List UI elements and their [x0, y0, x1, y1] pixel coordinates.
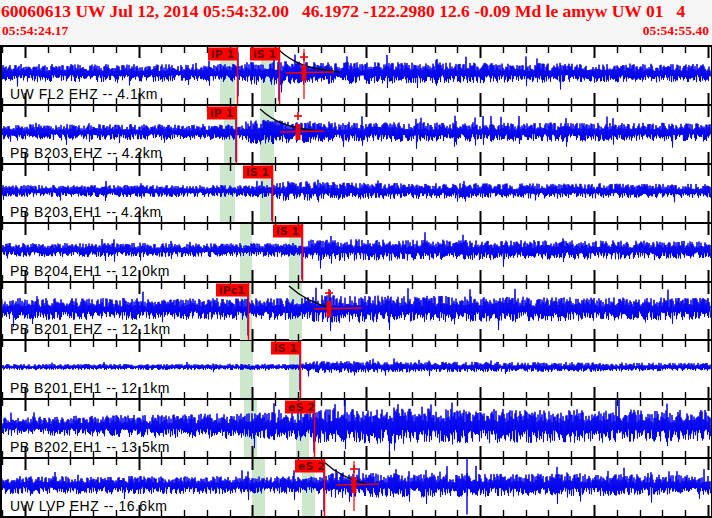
pick-flag[interactable]: eS 2 [285, 401, 315, 415]
trace-label: PB B203 EHZ -- 4.2km [10, 145, 162, 161]
svg-text:iPc1: iPc1 [219, 284, 245, 297]
trace-row-3[interactable]: iS 1PB B203 EH1 -- 4.2km [2, 165, 711, 224]
window-start-time: 05:54:24.17 [2, 23, 68, 39]
trace-row-2[interactable]: iP 1PB B203 EHZ -- 4.2km [2, 106, 711, 165]
trace-row-8[interactable]: eS 2UW LVP EHZ -- 16.6km [2, 459, 711, 518]
pick-flag[interactable]: eS 2 [295, 460, 325, 474]
trace-label: PB B202 EH1 -- 13.5km [10, 439, 170, 455]
trace-row-6[interactable]: iS 1PB B201 EH1 -- 12.1km [2, 341, 711, 400]
svg-text:eS 2: eS 2 [298, 460, 325, 473]
svg-text:iS 1: iS 1 [253, 48, 276, 61]
svg-text:iS 1: iS 1 [246, 166, 269, 179]
pick-flag[interactable]: iS 1 [271, 342, 300, 356]
trace-row-7[interactable]: eS 2PB B202 EH1 -- 13.5km [2, 400, 711, 459]
header: 60060613 UW Jul 12, 2014 05:54:32.00 46.… [0, 0, 712, 45]
pick-flag[interactable]: iS 1 [250, 48, 279, 62]
trace-label: PB B203 EH1 -- 4.2km [10, 204, 162, 220]
event-summary-line: 60060613 UW Jul 12, 2014 05:54:32.00 46.… [1, 0, 712, 23]
trace-row-1[interactable]: iP 1iS 1UW FL2 EHZ -- 4.1km [2, 47, 711, 106]
waveform-panel: iP 1iS 1UW FL2 EHZ -- 4.1kmiP 1PB B203 E… [0, 45, 712, 518]
waveform-trace [2, 116, 711, 149]
trace-row-4[interactable]: iS 1PB B204 EH1 -- 12.0km [2, 224, 711, 283]
svg-text:iP 1: iP 1 [210, 107, 233, 120]
pick-flag[interactable]: iPc1 [216, 283, 248, 297]
svg-text:iP 1: iP 1 [211, 48, 234, 61]
svg-text:iS 1: iS 1 [276, 225, 299, 238]
pick-flag[interactable]: iP 1 [208, 48, 237, 62]
trace-label: UW FL2 EHZ -- 4.1km [10, 86, 158, 102]
waveform-trace [2, 359, 711, 377]
pick-flag[interactable]: iS 1 [273, 224, 302, 238]
pick-flag[interactable]: iS 1 [243, 165, 272, 179]
waveform-trace [2, 180, 711, 202]
trace-label: PB B204 EH1 -- 12.0km [10, 263, 170, 279]
pick-flag[interactable]: iP 1 [207, 106, 236, 120]
svg-text:eS 2: eS 2 [288, 401, 315, 414]
svg-text:iS 1: iS 1 [274, 342, 297, 355]
trace-label: UW LVP EHZ -- 16.6km [10, 498, 167, 514]
trace-label: PB B201 EHZ -- 12.1km [10, 321, 171, 337]
trace-label: PB B201 EH1 -- 12.1km [10, 380, 170, 396]
window-end-time: 05:54:55.40 [643, 23, 709, 39]
seismic-picker-window: 60060613 UW Jul 12, 2014 05:54:32.00 46.… [0, 0, 712, 518]
trace-row-5[interactable]: iPc1PB B201 EHZ -- 12.1km [2, 283, 711, 342]
